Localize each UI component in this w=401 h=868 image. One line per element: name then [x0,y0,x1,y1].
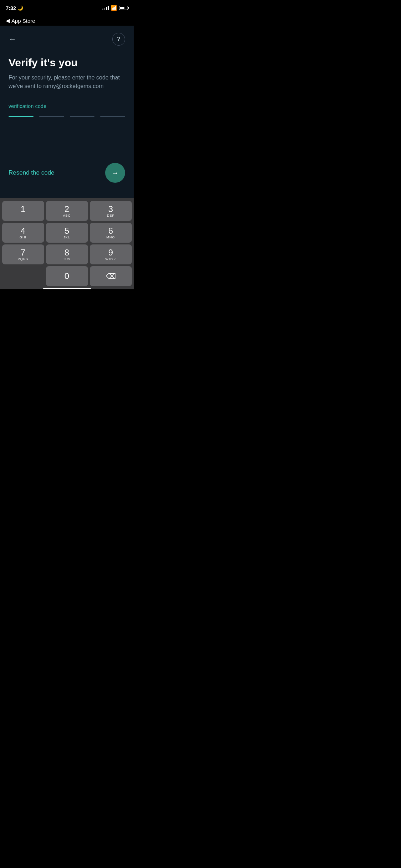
key-0[interactable]: 0 [46,266,88,286]
battery-icon [119,6,128,10]
help-button[interactable]: ? [112,33,125,46]
key-7[interactable]: 7 PQRS [2,244,44,264]
keyboard-row-4: 0 ⌫ [1,266,132,286]
key-9[interactable]: 9 WXYZ [90,244,132,264]
key-6[interactable]: 6 MNO [90,223,132,243]
nav-back-bar: ◀ App Store [0,16,134,26]
moon-icon: 🌙 [17,5,23,11]
key-1[interactable]: 1 [2,201,44,221]
bottom-actions: Resend the code → [0,163,134,183]
code-slot-2[interactable] [39,116,64,117]
code-slot-1[interactable] [9,116,34,117]
appstore-back-label: App Store [11,18,35,24]
appstore-back-button[interactable]: ◀ App Store [6,17,35,24]
keyboard-row-2: 4 GHI 5 JKL 6 MNO [1,223,132,243]
signal-bar-2 [104,8,105,10]
key-5[interactable]: 5 JKL [46,223,88,243]
help-icon: ? [117,36,120,42]
app-container: ← ? Verify it's you For your security, p… [0,26,134,289]
signal-bar-3 [106,7,107,10]
keyboard-row-3: 7 PQRS 8 TUV 9 WXYZ [1,244,132,264]
page-subtitle: For your security, please enter the code… [9,73,125,91]
home-indicator-bar [43,288,91,290]
content-area: Verify it's you For your security, pleas… [0,49,134,163]
code-slot-3[interactable] [70,116,95,117]
next-button[interactable]: → [105,163,125,183]
field-label: verification code [9,103,125,109]
wifi-icon: 📶 [111,5,117,11]
status-bar-right: 📶 [102,5,128,11]
signal-bars [102,6,109,10]
backspace-icon: ⌫ [106,272,116,280]
resend-code-button[interactable]: Resend the code [9,169,55,176]
key-4[interactable]: 4 GHI [2,223,44,243]
back-button[interactable]: ← [9,35,16,43]
status-time: 7:32 [6,5,16,11]
key-3[interactable]: 3 DEF [90,201,132,221]
battery-fill [120,7,124,9]
status-bar-left: 7:32 🌙 [6,5,23,11]
keyboard: 1 2 ABC 3 DEF 4 GHI 5 JKL 6 [0,198,134,289]
keyboard-row-1: 1 2 ABC 3 DEF [1,201,132,221]
backspace-button[interactable]: ⌫ [90,266,132,286]
code-slot-4[interactable] [100,116,125,117]
key-empty [2,266,44,286]
status-bar: 7:32 🌙 📶 [0,0,134,16]
signal-bar-4 [108,6,109,10]
signal-bar-1 [102,9,103,10]
key-2[interactable]: 2 ABC [46,201,88,221]
key-8[interactable]: 8 TUV [46,244,88,264]
code-input-slots[interactable] [9,116,125,117]
app-header: ← ? [0,26,134,49]
back-chevron-icon: ◀ [6,17,10,24]
next-arrow-icon: → [112,169,119,177]
page-title: Verify it's you [9,56,125,69]
